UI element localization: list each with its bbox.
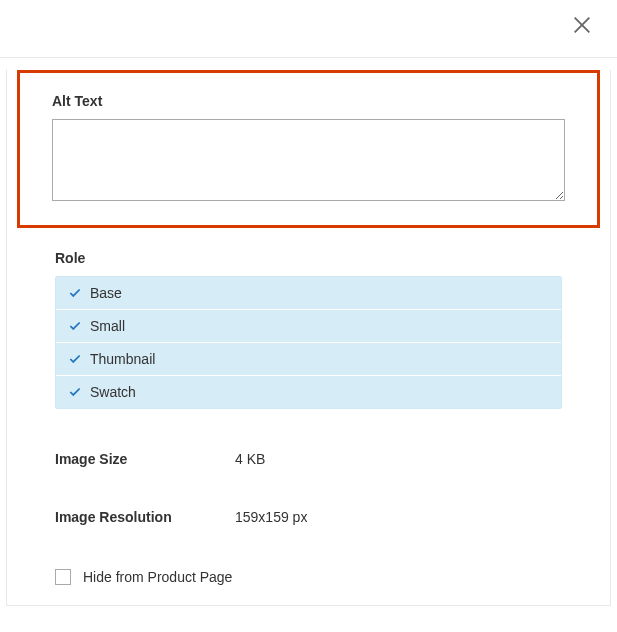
role-item-label: Swatch bbox=[90, 384, 136, 400]
alt-text-label: Alt Text bbox=[52, 93, 565, 109]
check-icon bbox=[68, 385, 82, 399]
image-resolution-label: Image Resolution bbox=[55, 509, 235, 525]
role-section: Role Base Small Thumbnail bbox=[7, 250, 610, 409]
role-item-label: Small bbox=[90, 318, 125, 334]
hide-from-product-page-label[interactable]: Hide from Product Page bbox=[83, 569, 232, 585]
image-resolution-row: Image Resolution 159x159 px bbox=[7, 509, 610, 525]
role-item-thumbnail[interactable]: Thumbnail bbox=[56, 343, 561, 376]
role-item-label: Thumbnail bbox=[90, 351, 155, 367]
role-list: Base Small Thumbnail Swatch bbox=[55, 276, 562, 409]
image-size-value: 4 KB bbox=[235, 451, 265, 467]
close-icon[interactable] bbox=[571, 14, 593, 36]
check-icon bbox=[68, 286, 82, 300]
role-item-small[interactable]: Small bbox=[56, 310, 561, 343]
role-label: Role bbox=[55, 250, 562, 266]
alt-text-input[interactable] bbox=[52, 119, 565, 201]
dialog-header bbox=[0, 0, 617, 58]
role-item-base[interactable]: Base bbox=[56, 277, 561, 310]
role-item-label: Base bbox=[90, 285, 122, 301]
image-resolution-value: 159x159 px bbox=[235, 509, 307, 525]
check-icon bbox=[68, 352, 82, 366]
image-size-label: Image Size bbox=[55, 451, 235, 467]
image-size-row: Image Size 4 KB bbox=[7, 451, 610, 467]
check-icon bbox=[68, 319, 82, 333]
hide-from-product-page-row: Hide from Product Page bbox=[7, 569, 610, 585]
alt-text-section-highlight: Alt Text bbox=[17, 70, 600, 228]
role-item-swatch[interactable]: Swatch bbox=[56, 376, 561, 408]
dialog-content: Alt Text Role Base Small Thumbnai bbox=[6, 70, 611, 606]
hide-from-product-page-checkbox[interactable] bbox=[55, 569, 71, 585]
